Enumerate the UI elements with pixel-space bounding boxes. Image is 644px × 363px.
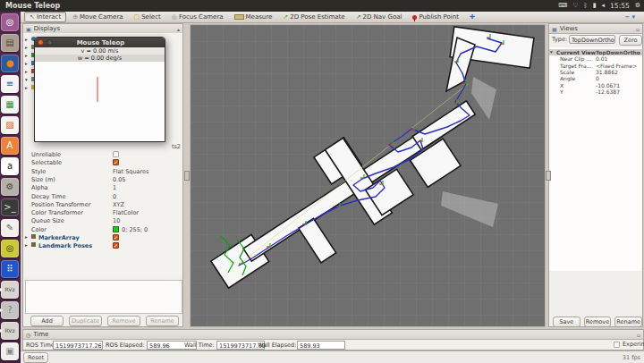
- launcher-item-firefox[interactable]: ●: [1, 55, 19, 72]
- color-swatch[interactable]: [113, 226, 119, 232]
- views-panel-header[interactable]: ▦ Views ▫: [549, 24, 642, 34]
- time-panel-undock-icon[interactable]: ▫: [637, 332, 640, 338]
- tool-2d-nav-goal[interactable]: ↗2D Nav Goal: [352, 13, 407, 21]
- tree-row[interactable]: ▸MarkerArray✓: [23, 233, 182, 241]
- tree-row[interactable]: Selectable✓: [23, 158, 182, 166]
- property-value[interactable]: 10: [113, 217, 120, 224]
- tool-measure[interactable]: Measure: [230, 13, 277, 21]
- tree-row[interactable]: Position TransformerXYZ: [23, 200, 182, 208]
- expand-arrow-icon[interactable]: ▸: [25, 69, 28, 74]
- zero-button[interactable]: Zero: [619, 35, 642, 46]
- property-value[interactable]: Flat Squares: [113, 168, 148, 175]
- property-checkbox[interactable]: [113, 151, 119, 157]
- launcher-item-system-settings[interactable]: ⚙: [1, 178, 19, 196]
- save-view-button[interactable]: Save: [553, 317, 580, 327]
- minimize-icon[interactable]: [47, 39, 53, 46]
- tree-row[interactable]: Color0; 255; 0: [23, 225, 182, 233]
- expand-arrow-icon[interactable]: ▸: [25, 234, 28, 240]
- property-value[interactable]: FlatColor: [113, 209, 139, 216]
- view-prop-value[interactable]: <Fixed Frame>: [596, 63, 637, 69]
- views-row-target-fra-[interactable]: Target Fra...<Fixed Frame>: [549, 63, 642, 69]
- tool-interact[interactable]: ↖Interact: [24, 12, 66, 22]
- view-prop-value[interactable]: TopDownOrtho ...: [596, 49, 642, 55]
- tree-row[interactable]: Queue Size10: [23, 216, 182, 224]
- launcher-item-terminal[interactable]: >_: [1, 198, 19, 216]
- tree-row[interactable]: Unreliable: [23, 150, 182, 158]
- launcher-item-text-editor[interactable]: ✎: [1, 219, 19, 237]
- property-value[interactable]: XYZ: [113, 201, 124, 208]
- experimental-checkbox[interactable]: [614, 342, 620, 348]
- tool-2d-pose-estimate[interactable]: ↗2D Pose Estimate: [278, 13, 349, 21]
- tool-focus-camera[interactable]: ◎Focus Camera: [167, 13, 228, 21]
- tree-row[interactable]: Size (m)0.05: [23, 175, 182, 183]
- view-prop-value[interactable]: -12.6387: [596, 89, 620, 95]
- launcher-item-amazon[interactable]: a: [1, 157, 19, 175]
- expand-arrow-icon[interactable]: ▸: [25, 45, 28, 50]
- property-value[interactable]: 0; 255; 0: [122, 226, 148, 233]
- launcher-item-rviz-2[interactable]: RVz: [1, 322, 19, 340]
- launcher-item-ubuntu-software[interactable]: A: [1, 137, 19, 155]
- view-type-dropdown[interactable]: TopDownOrtho ▾: [569, 35, 615, 44]
- view-prop-value[interactable]: 0.01: [596, 55, 607, 62]
- close-icon[interactable]: [38, 39, 44, 46]
- views-row-near-clip-[interactable]: Near Clip ...0.01: [549, 55, 642, 62]
- launcher-item-libreoffice-calc[interactable]: ▦: [1, 96, 19, 114]
- add-button[interactable]: Add: [30, 316, 64, 326]
- mouse-teleop-dialog[interactable]: Mouse Teleop v = 0.00 m/s w = 0.00 deg/s: [34, 37, 165, 142]
- views-row-scale[interactable]: Scale31.8862: [549, 69, 642, 75]
- time-field-input[interactable]: 1519973717.26: [53, 341, 103, 350]
- launcher-item-libreoffice-impress[interactable]: ▨: [1, 116, 19, 134]
- tool-publish-point[interactable]: Publish Point: [408, 13, 463, 21]
- launcher-item-files[interactable]: ▤: [1, 34, 19, 52]
- expand-arrow-icon[interactable]: ▸: [25, 242, 28, 248]
- tree-row[interactable]: ts2: [23, 142, 182, 150]
- rename-view-button[interactable]: Rename: [614, 317, 642, 327]
- remove-view-button[interactable]: Remove: [584, 317, 612, 327]
- tool-select[interactable]: ▢Select: [130, 13, 165, 21]
- display-enabled-checkbox[interactable]: ✓: [113, 242, 119, 249]
- render-viewport[interactable]: [190, 24, 546, 327]
- views-row-current-view[interactable]: ▾Current ViewTopDownOrtho ...: [549, 49, 642, 55]
- panel-undock-icon[interactable]: ▫: [636, 26, 640, 32]
- view-prop-value[interactable]: -10.0671: [596, 82, 620, 89]
- panel-collapse-icon[interactable]: ▴: [177, 26, 180, 32]
- launcher-item-libreoffice-writer[interactable]: ≡: [1, 75, 19, 93]
- right-splitter-handle[interactable]: [546, 171, 551, 181]
- time-panel-header[interactable]: ◷ Time ▫: [23, 330, 643, 340]
- tree-row[interactable]: Alpha1: [23, 183, 182, 191]
- time-field-input[interactable]: 589.93: [297, 341, 345, 350]
- tool-move-camera[interactable]: ⊕Move Camera: [68, 13, 127, 21]
- battery-icon[interactable]: ▮: [593, 0, 597, 12]
- left-splitter-handle[interactable]: [184, 171, 190, 181]
- views-row-angle[interactable]: Angle0: [549, 75, 642, 81]
- expand-arrow-icon[interactable]: ▸: [25, 37, 28, 42]
- bluetooth-icon[interactable]: ᛒ: [584, 0, 588, 12]
- property-value[interactable]: 1: [113, 184, 116, 191]
- property-value[interactable]: 0.05: [113, 176, 125, 183]
- system-tray[interactable]: ⌨♡ᛒ▮◂15:55⚙: [558, 0, 640, 12]
- views-row-x[interactable]: X-10.0671: [549, 82, 642, 89]
- session-gear-icon[interactable]: ⚙: [635, 0, 640, 12]
- toolbar-overflow[interactable]: − ▾: [624, 13, 635, 21]
- tree-row[interactable]: StyleFlat Squares: [23, 167, 182, 175]
- expand-arrow-icon[interactable]: ▸: [25, 53, 28, 58]
- tool--[interactable]: ✚: [465, 13, 479, 21]
- view-prop-value[interactable]: 31.8862: [596, 69, 618, 75]
- expand-arrow-icon[interactable]: ▾: [550, 49, 553, 55]
- expand-arrow-icon[interactable]: ▸: [25, 85, 28, 90]
- views-row-y[interactable]: Y-12.6387: [549, 89, 642, 95]
- keyboard-indicator-icon[interactable]: ⌨: [558, 0, 567, 12]
- dialog-titlebar[interactable]: Mouse Teleop: [35, 38, 165, 47]
- property-value[interactable]: 0: [113, 193, 116, 200]
- volume-icon[interactable]: ◂: [602, 0, 606, 12]
- launcher-item-unknown-app[interactable]: ?: [1, 301, 19, 319]
- expand-arrow-icon[interactable]: ▸: [25, 61, 28, 66]
- reset-button[interactable]: Reset: [23, 352, 48, 363]
- launcher-item-app-grid[interactable]: ⠿: [1, 260, 19, 278]
- clock-label[interactable]: 15:55: [610, 0, 630, 12]
- launcher-item-rviz[interactable]: RVz: [1, 281, 19, 299]
- view-prop-value[interactable]: 0: [596, 75, 599, 81]
- teleop-canvas[interactable]: [35, 62, 165, 141]
- tree-row[interactable]: ▸Landmark Poses✓: [23, 241, 182, 249]
- launcher-item-dash-home[interactable]: ◎: [1, 13, 19, 31]
